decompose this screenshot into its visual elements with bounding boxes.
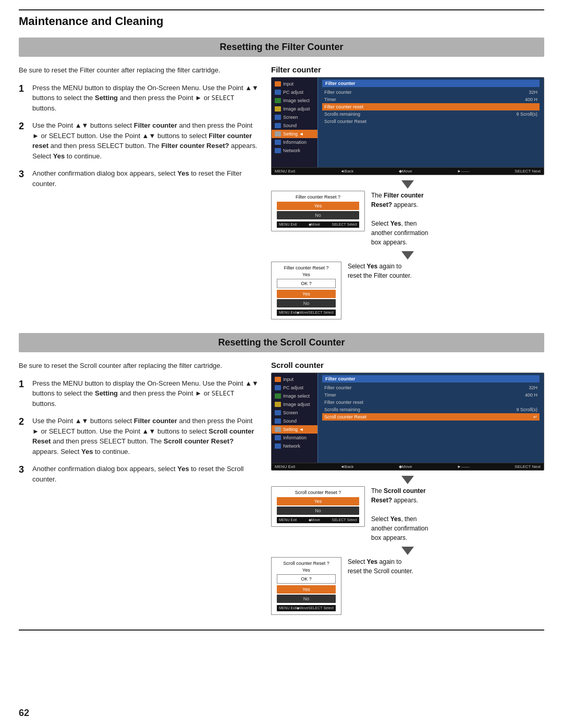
scroll-arrow-down-icon-1: [401, 476, 414, 484]
filter-menu-item-network: Network: [272, 146, 317, 155]
scroll-dialog-group-2: Scroll counter Reset ? Yes OK ? Yes No M…: [271, 557, 544, 616]
filter-dialog-2: Filter counter Reset ? Yes OK ? Yes No M…: [271, 262, 341, 319]
imageadjust-icon: [275, 106, 281, 112]
scroll-step-2: 2 Use the Point ▲▼ buttons select Filter…: [19, 416, 259, 456]
scroll-menu-item-imageselect: Image select: [272, 392, 317, 400]
scroll-row-scroll-reset: Scroll counter Reset↵: [322, 413, 540, 421]
filter-screen-menu: Input PC adjust Image select Image adjus…: [272, 78, 544, 167]
scroll-annotation-1: The Scroll counter Reset? appears. Selec…: [371, 486, 439, 542]
scroll-setting-icon: [275, 427, 281, 432]
filter-menu-right-title: Filter counter: [322, 80, 540, 87]
filter-dialog-2-confirm-yes: Yes: [277, 272, 336, 277]
scroll-step-1: 1 Press the MENU button to display the O…: [19, 378, 259, 409]
scroll-step-1-number: 1: [19, 378, 27, 390]
bottom-border: [19, 630, 544, 631]
scroll-network-icon: [275, 443, 281, 449]
toolbar-back: ◄Back: [340, 169, 354, 174]
scroll-screen-toolbar: MENU Exit ◄Back ◆Move ►------ SELECT Nex…: [272, 463, 544, 470]
scroll-step-2-number: 2: [19, 416, 27, 428]
scroll-row-counter: Filter counter32H: [322, 384, 540, 391]
scroll-menu-right-title: Filter counter: [322, 375, 540, 382]
filter-step-2: 2 Use the Point ▲▼ buttons select Filter…: [19, 120, 259, 161]
filter-row-scrolls: Scrolls remaining9 Scroll(s): [322, 110, 540, 118]
filter-step-1-number: 1: [19, 83, 27, 95]
scroll-menu-item-imageadjust: Image adjust: [272, 400, 317, 409]
scroll-dialog-2-confirm-title: Scroll counter Reset ?: [277, 561, 336, 566]
scroll-imageadjust-icon: [275, 402, 281, 407]
scroll-menu-left: Input PC adjust Image select Image: [272, 373, 317, 463]
scroll-menu-item-input: Input: [272, 375, 317, 384]
scroll-dialog-1-wrapper: Scroll counter Reset ? Yes No MENU Exit …: [271, 486, 365, 530]
filter-dialog-2-no[interactable]: No: [277, 299, 336, 307]
scroll-screenshot-label: Scroll counter: [271, 361, 544, 369]
scroll-dialog-1-no[interactable]: No: [277, 507, 359, 515]
scroll-right-col: Scroll counter Input PC adjust: [271, 361, 544, 620]
scroll-arrow-1: [271, 476, 544, 484]
filter-dialog-2-confirm-title: Filter counter Reset ?: [277, 265, 336, 270]
scroll-dialog-2-toolbar: MENU Exit ◆Move SELECT Select: [277, 605, 336, 611]
filter-dialog-1-wrapper: Filter counter Reset ? Yes No MENU Exit …: [271, 191, 365, 235]
scroll-menu-item-setting: Setting ◄: [272, 425, 317, 434]
scroll-menu-item-pcadjust: PC adjust: [272, 384, 317, 392]
scroll-toolbar-next: ►------: [457, 464, 470, 469]
scroll-menu-right: Filter counter Filter counter32H Timer40…: [317, 373, 544, 463]
scroll-toolbar-move: ◆Move: [399, 464, 412, 469]
scroll-dialog-1: Scroll counter Reset ? Yes No MENU Exit …: [271, 486, 365, 527]
screen-icon: [275, 115, 281, 120]
filter-menu-item-screen: Screen: [272, 113, 317, 121]
scroll-toolbar-select: SELECT Next: [515, 464, 541, 469]
scroll-left-col: Be sure to reset the Scroll counter afte…: [19, 361, 259, 620]
filter-menu-item-information: Information: [272, 138, 317, 146]
scroll-section: Resetting the Scroll Counter Be sure to …: [0, 333, 563, 620]
scroll-imageselect-icon: [275, 393, 281, 399]
scroll-menu-item-information: Information: [272, 434, 317, 442]
scroll-input-icon: [275, 377, 281, 382]
filter-step-1-text: Press the MENU button to display the On-…: [32, 83, 259, 114]
filter-menu-item-imageadjust: Image adjust: [272, 105, 317, 113]
scroll-dialog-1-yes[interactable]: Yes: [277, 497, 359, 505]
network-icon: [275, 148, 281, 153]
filter-dialog-2-ok-label: OK ?: [277, 279, 336, 288]
filter-row-scroll-reset: Scroll counter Reset: [322, 118, 540, 125]
scroll-toolbar-back: ◄Back: [340, 464, 354, 469]
filter-step-3-text: Another confirmation dialog box appears,…: [32, 168, 259, 189]
scroll-intro: Be sure to reset the Scroll counter afte…: [19, 361, 259, 371]
filter-screen-mockup: Input PC adjust Image select Image adjus…: [271, 77, 544, 175]
filter-menu-item-setting: Setting ◄: [272, 130, 317, 138]
scroll-dialog-2-wrapper: Scroll counter Reset ? Yes OK ? Yes No M…: [271, 557, 341, 616]
scroll-section-body: Be sure to reset the Scroll counter afte…: [19, 361, 544, 620]
top-border: [19, 9, 544, 10]
scroll-section-title: Resetting the Scroll Counter: [218, 337, 345, 348]
toolbar-select: SELECT Next: [515, 169, 541, 174]
filter-annotation-2: Select Yes again to reset the Filter cou…: [348, 262, 415, 280]
scroll-dialog-2-yes[interactable]: Yes: [277, 585, 336, 594]
scroll-screen-menu: Input PC adjust Image select Image: [272, 373, 544, 463]
scroll-section-title-bar: Resetting the Scroll Counter: [19, 333, 544, 352]
imageselect-icon: [275, 98, 281, 103]
toolbar-move: ◆Move: [399, 169, 412, 174]
filter-dialog-group-2: Filter counter Reset ? Yes OK ? Yes No M…: [271, 262, 544, 320]
filter-menu-right: Filter counter Filter counter32H Timer40…: [317, 78, 544, 167]
scroll-annotation-2: Select Yes again to reset the Scroll cou…: [348, 557, 415, 576]
scroll-dialog-group-1: Scroll counter Reset ? Yes No MENU Exit …: [271, 486, 544, 542]
filter-dialog-2-yes[interactable]: Yes: [277, 290, 336, 298]
scroll-arrow-down-icon-2: [401, 547, 414, 555]
scroll-dialog-2-confirm-yes: Yes: [277, 567, 336, 573]
information-icon: [275, 140, 281, 145]
filter-menu-item-imageselect: Image select: [272, 96, 317, 105]
filter-row-reset: Filter counter reset: [322, 103, 540, 110]
input-icon: [275, 81, 281, 87]
scroll-row-scrolls: Scrolls remaining9 Scroll(s): [322, 406, 540, 413]
filter-dialog-1-yes[interactable]: Yes: [277, 202, 359, 210]
toolbar-next: ►------: [457, 169, 470, 174]
scroll-sound-icon: [275, 418, 281, 424]
filter-step-1: 1 Press the MENU button to display the O…: [19, 83, 259, 114]
scroll-row-timer: Timer400 H: [322, 391, 540, 399]
toolbar-exit: MENU Exit: [275, 169, 295, 174]
scroll-toolbar-exit: MENU Exit: [275, 464, 295, 469]
scroll-dialog-2-no[interactable]: No: [277, 595, 336, 603]
scroll-steps-list: 1 Press the MENU button to display the O…: [19, 378, 259, 485]
filter-menu-item-input: Input: [272, 80, 317, 88]
filter-dialog-1-no[interactable]: No: [277, 211, 359, 219]
filter-left-col: Be sure to reset the Filter counter afte…: [19, 65, 259, 325]
